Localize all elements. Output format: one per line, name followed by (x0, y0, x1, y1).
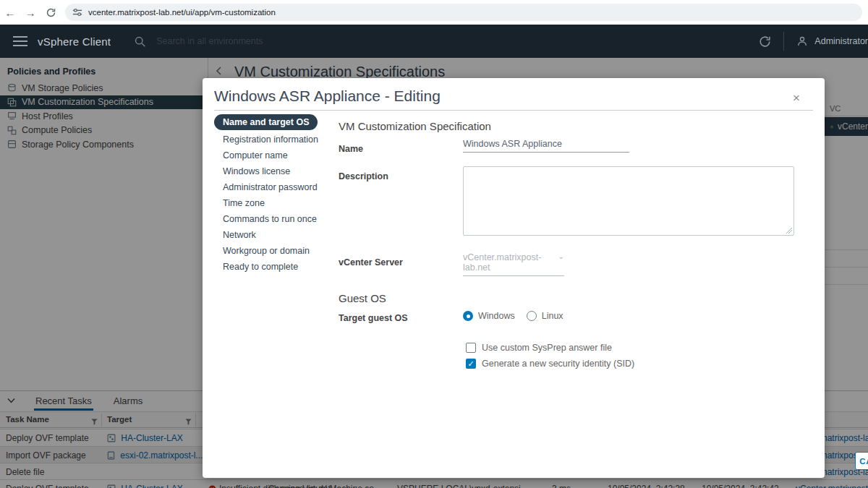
filter-icon[interactable] (185, 417, 192, 427)
sidebar-item-label: Compute Policies (22, 125, 92, 135)
storage-component-icon (7, 140, 17, 149)
sidebar-item-vm-customization-specifications[interactable]: VM Customization Specifications (0, 95, 208, 110)
wizard-step-network[interactable]: Network (214, 227, 333, 243)
wizard-step-windows-license[interactable]: Windows license (214, 163, 333, 179)
sidebar-item-storage-policy-components[interactable]: Storage Policy Components (0, 137, 208, 152)
windows-radio-label[interactable]: Windows (478, 311, 515, 321)
browser-toolbar: ← → vcenter.matrixpost-lab.net/ui/app/vm… (0, 0, 868, 25)
panel-collapse-chevron-icon[interactable] (7, 395, 15, 406)
header-divider (783, 32, 784, 51)
user-icon[interactable] (796, 35, 809, 48)
vc-row-label: vCenter (838, 121, 868, 132)
collapse-chevron-icon[interactable] (216, 65, 223, 78)
vcenter-server-label: vCenter Server (339, 257, 403, 267)
wizard-step-computer-name[interactable]: Computer name (214, 147, 333, 163)
browser-forward-icon[interactable]: → (20, 7, 41, 19)
cancel-button[interactable]: CANCEL (855, 452, 868, 470)
guest-os-section-title: Guest OS (339, 292, 386, 304)
tab-recent-tasks[interactable]: Recent Tasks (34, 393, 93, 409)
host-icon (107, 451, 115, 460)
linux-radio-label[interactable]: Linux (542, 311, 563, 321)
search-icon[interactable] (134, 35, 146, 48)
sidebar-item-host-profiles[interactable]: Host Profiles (0, 109, 208, 124)
wizard-step-workgroup[interactable]: Workgroup or domain (214, 243, 333, 259)
wizard-nav: Name and target OS Registration informat… (214, 114, 333, 275)
task-name: Delete file (6, 467, 44, 477)
tab-alarms[interactable]: Alarms (112, 393, 144, 409)
name-label: Name (339, 144, 363, 154)
description-textarea[interactable] (463, 166, 794, 236)
chevron-down-icon: ⌄ (558, 252, 564, 260)
wizard-content: VM Customization Specification Name Wind… (339, 78, 825, 478)
name-input[interactable]: Windows ASR Appliance (463, 139, 629, 153)
browser-back-icon[interactable]: ← (0, 7, 20, 19)
sidebar: Policies and Profiles VM Storage Policie… (0, 58, 208, 390)
column-header-task-name[interactable]: Task Name (6, 415, 49, 424)
task-target: HA-Cluster-LAX (107, 433, 183, 443)
browser-address-bar[interactable]: vcenter.matrixpost-lab.net/ui/app/vm-cus… (65, 4, 862, 21)
sidebar-item-label: VM Customization Specifications (22, 97, 153, 107)
wizard-step-admin-password[interactable]: Administrator password (214, 179, 333, 195)
column-divider[interactable] (195, 414, 196, 427)
refresh-icon[interactable] (758, 35, 772, 48)
site-settings-icon[interactable] (72, 7, 82, 17)
task-error-icon (208, 484, 219, 488)
browser-refresh-icon[interactable] (41, 7, 61, 18)
target-link[interactable]: HA-Cluster-LAX (121, 484, 182, 488)
task-name: Import OVF package (6, 450, 86, 461)
vc-column-header[interactable]: VC (830, 104, 841, 113)
table-row[interactable]: Deploy OVF template HA-Cluster-LAX Insuf… (0, 479, 868, 488)
task-initiator: VSPHERE.LOCAL\vpxd-extensi... (397, 484, 528, 488)
task-details: Copying Virtual Machine co... (268, 484, 381, 488)
sid-checkbox[interactable]: ✓ (466, 359, 476, 369)
vsphere-header: vSphere Client Search in all environment… (0, 25, 868, 58)
linux-radio[interactable] (527, 311, 537, 321)
vcenter-server-select[interactable]: ⌄vCenter.matrixpost-lab.net (463, 252, 564, 276)
target-link[interactable]: esxi-02.matrixpost-l... (120, 450, 203, 461)
sysprep-checkbox-row: Use custom SysPrep answer file (466, 343, 612, 353)
resize-grip[interactable] (786, 227, 792, 234)
task-completion-time: 10/05/2024, 2:42:42 ... (702, 484, 788, 488)
sidebar-item-vm-storage-policies[interactable]: VM Storage Policies (0, 81, 208, 95)
host-profile-icon (7, 111, 17, 121)
description-label: Description (339, 171, 388, 181)
filter-icon[interactable] (91, 417, 98, 427)
menu-icon[interactable] (13, 33, 27, 49)
task-name: Deploy OVF template (6, 433, 89, 443)
sidebar-item-compute-policies[interactable]: Compute Policies (0, 124, 208, 138)
task-queued-for: 3 ms (552, 484, 571, 488)
wizard-step-registration[interactable]: Registration information (214, 132, 333, 147)
url-text[interactable]: vcenter.matrixpost-lab.net/ui/app/vm-cus… (88, 8, 276, 17)
storage-policy-icon (7, 83, 17, 93)
user-name[interactable]: Administrator (814, 36, 868, 46)
compute-policy-icon (7, 126, 17, 135)
task-name: Deploy OVF template (6, 484, 89, 488)
wizard-step-commands[interactable]: Commands to run once (214, 211, 333, 227)
wizard-step-time-zone[interactable]: Time zone (214, 195, 333, 211)
column-divider[interactable] (101, 414, 102, 427)
sidebar-item-label: Host Profiles (22, 111, 73, 121)
sysprep-checkbox[interactable] (466, 343, 476, 353)
task-server[interactable]: vCenter.matrixpost-lab... (796, 484, 868, 488)
vcenter-icon (830, 122, 833, 132)
sidebar-title: Policies and Profiles (0, 58, 208, 81)
wizard-step-name-target-os[interactable]: Name and target OS (214, 114, 318, 130)
target-link[interactable]: HA-Cluster-LAX (121, 433, 182, 443)
windows-radio[interactable] (463, 311, 473, 321)
cluster-icon (107, 484, 116, 488)
cluster-icon (107, 434, 116, 442)
column-header-target[interactable]: Target (107, 415, 132, 424)
wizard-step-ready[interactable]: Ready to complete (214, 259, 333, 275)
task-start-time: 10/05/2024, 2:42:38 ... (608, 484, 694, 488)
app-title: vSphere Client (38, 35, 111, 48)
sidebar-item-label: VM Storage Policies (22, 83, 103, 93)
target-guest-os-radios: Windows Linux (463, 311, 563, 321)
task-target: HA-Cluster-LAX (107, 484, 183, 488)
search-placeholder[interactable]: Search in all environments (156, 36, 263, 46)
sysprep-checkbox-label[interactable]: Use custom SysPrep answer file (482, 343, 612, 353)
task-target: esxi-02.matrixpost-l... (107, 450, 203, 461)
sidebar-item-label: Storage Policy Components (22, 140, 134, 150)
section-title: VM Customization Specification (339, 120, 491, 132)
vm-customization-icon (7, 98, 17, 107)
sid-checkbox-label[interactable]: Generate a new security identity (SID) (482, 359, 634, 369)
